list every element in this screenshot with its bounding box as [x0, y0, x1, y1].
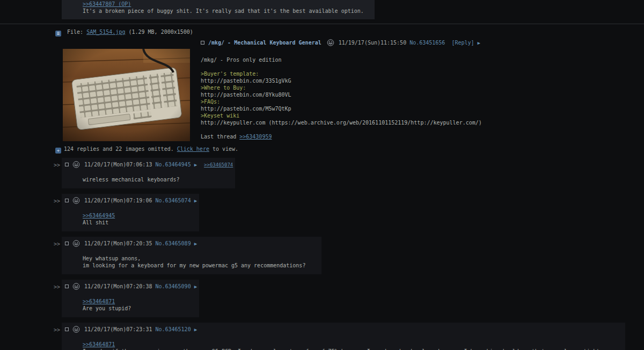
post-date: 11/20/17(Mon)07:23:31	[84, 326, 152, 332]
reply-post: 11/20/17(Mon)07:19:06No.63465074▶ >>6346…	[62, 194, 199, 231]
backlink[interactable]: >>63465074	[204, 162, 233, 167]
reply-post: 11/20/17(Mon)07:06:13No.63464945▶>>63465…	[62, 158, 235, 188]
omitted-text: 124 replies and 22 images omitted.	[64, 146, 177, 152]
keyboard-photo	[63, 49, 190, 141]
post-number-link[interactable]: No.63465090	[155, 283, 191, 289]
post-date: 11/20/17(Mon)07:20:35	[84, 240, 152, 246]
quotelink[interactable]: >>63464871	[83, 298, 115, 304]
post-menu-arrow-icon[interactable]: ▶	[478, 40, 480, 46]
side-arrows: >>	[54, 323, 62, 333]
post-checkbox[interactable]	[65, 199, 69, 202]
post-number-link[interactable]: No.63464945	[155, 162, 191, 167]
reply-message: >>63464945 All shit	[83, 212, 183, 226]
reply-header: 11/20/17(Mon)07:23:31No.63465120▶	[65, 326, 623, 334]
reply-row: >> 11/20/17(Mon)07:20:35No.63465089▶ Hey…	[54, 237, 644, 274]
reply-header: 11/20/17(Mon)07:20:38No.63465090▶	[65, 283, 197, 291]
view-thread-link[interactable]: Click here	[177, 146, 209, 152]
reply-text-line: Hey whatsup anons,	[83, 255, 305, 262]
reply-header: 11/20/17(Mon)07:06:13No.63464945▶>>63465…	[65, 161, 233, 170]
anonymous-face-icon	[72, 326, 80, 334]
reply-message: wireless mechanical keyboards?	[83, 176, 219, 183]
post-checkbox[interactable]	[65, 285, 69, 288]
reply-header: 11/20/17(Mon)07:19:06No.63465074▶	[65, 197, 197, 206]
partial-post: >>63447807 (OP) It's a broken piece of b…	[62, 0, 375, 19]
post-date: 11/20/17(Mon)07:06:13	[84, 162, 152, 167]
op-post-header: /mkg/ - Mechanical Keyboard General11/19…	[54, 39, 644, 48]
omitted-suffix: to view.	[209, 146, 238, 152]
post-menu-arrow-icon[interactable]: ▶	[194, 198, 197, 203]
post-number-link[interactable]: No.63465089	[155, 240, 191, 246]
reply-message: >>63464871 I wonder if there even is mor…	[83, 341, 609, 350]
post-checkbox[interactable]	[65, 163, 69, 166]
file-meta: (1.29 MB, 2000x1500)	[128, 29, 193, 35]
post-message: It's a broken piece of buggy shit. It's …	[83, 8, 364, 14]
post-checkbox[interactable]	[65, 242, 69, 245]
reply-text-line: I wonder if there even is more than one …	[83, 348, 609, 350]
side-arrows: >>	[54, 194, 62, 205]
reply-text-line: wireless mechanical keyboards?	[83, 176, 219, 183]
anonymous-face-icon	[327, 39, 334, 48]
thread-op: ≣ File: SAM_5154.jpg (1.29 MB, 2000x1500…	[54, 28, 644, 154]
post-menu-arrow-icon[interactable]: ▶	[194, 241, 197, 246]
quotelink[interactable]: >>63447807 (OP)	[83, 1, 131, 7]
reply-row: >> 11/20/17(Mon)07:19:06No.63465074▶ >>6…	[54, 194, 644, 231]
post-checkbox[interactable]	[201, 41, 204, 45]
quotelink[interactable]: >>63464945	[83, 213, 115, 218]
quotelink[interactable]: >>63464871	[83, 341, 115, 347]
thread-subject: /mkg/ - Mechanical Keyboard General	[208, 40, 321, 46]
reply-row: >> 11/20/17(Mon)07:20:38No.63465090▶ >>6…	[54, 280, 644, 317]
thread-page: >>63447807 (OP) It's a broken piece of b…	[0, 0, 644, 350]
reply-post: 11/20/17(Mon)07:20:35No.63465089▶ Hey wh…	[62, 237, 321, 274]
post-number-link[interactable]: No.63465074	[155, 198, 191, 203]
post-date: 11/19/17(Sun)11:15:50	[339, 40, 406, 46]
file-info: ≣ File: SAM_5154.jpg (1.29 MB, 2000x1500…	[55, 28, 644, 37]
omitted-posts-line: +124 replies and 22 images omitted. Clic…	[55, 145, 644, 154]
post-checkbox[interactable]	[65, 327, 69, 331]
reply-message: >>63464871 Are you stupid?	[83, 298, 183, 312]
reply-text-line: im looking for a keyboard for my new pow…	[83, 262, 305, 269]
reply-link[interactable]: [Reply]	[451, 40, 474, 46]
anonymous-face-icon	[72, 240, 80, 249]
file-label: File:	[67, 29, 83, 35]
reply-text-line: All shit	[83, 219, 183, 226]
side-arrows: >>	[54, 158, 62, 169]
post-menu-arrow-icon[interactable]: ▶	[194, 162, 197, 167]
reply-message: Hey whatsup anons, im looking for a keyb…	[83, 255, 305, 269]
post-number-link[interactable]: No.63451656	[409, 40, 445, 46]
last-thread-label: Last thread	[201, 134, 239, 140]
anonymous-face-icon	[72, 283, 80, 291]
reply-text-line: Are you stupid?	[83, 305, 183, 312]
image-expand-icon[interactable]: ≣	[55, 31, 61, 37]
reply-row: >> 11/20/17(Mon)07:06:13No.63464945▶>>63…	[54, 158, 644, 188]
reply-post: 11/20/17(Mon)07:20:38No.63465090▶ >>6346…	[62, 280, 199, 317]
file-name-link[interactable]: SAM_5154.jpg	[86, 29, 125, 35]
quotelink[interactable]: >>63430959	[239, 134, 272, 140]
thread-image-thumbnail[interactable]	[63, 49, 190, 141]
anonymous-face-icon	[72, 197, 80, 206]
post-date: 11/20/17(Mon)07:19:06	[84, 198, 152, 203]
post-menu-arrow-icon[interactable]: ▶	[194, 327, 197, 332]
reply-header: 11/20/17(Mon)07:20:35No.63465089▶	[65, 240, 319, 249]
post-date: 11/20/17(Mon)07:20:38	[84, 283, 152, 289]
reply-row: >> 11/20/17(Mon)07:23:31No.63465120▶ >>6…	[54, 323, 644, 350]
post-menu-arrow-icon[interactable]: ▶	[194, 284, 197, 289]
post-number-link[interactable]: No.63465120	[155, 326, 191, 332]
thread-divider	[0, 24, 644, 24]
side-arrows: >>	[54, 280, 62, 290]
reply-post: 11/20/17(Mon)07:23:31No.63465120▶ >>6346…	[62, 323, 625, 350]
anonymous-face-icon	[72, 161, 80, 170]
expand-thread-icon[interactable]: +	[55, 148, 61, 154]
side-arrows: >>	[54, 237, 62, 247]
